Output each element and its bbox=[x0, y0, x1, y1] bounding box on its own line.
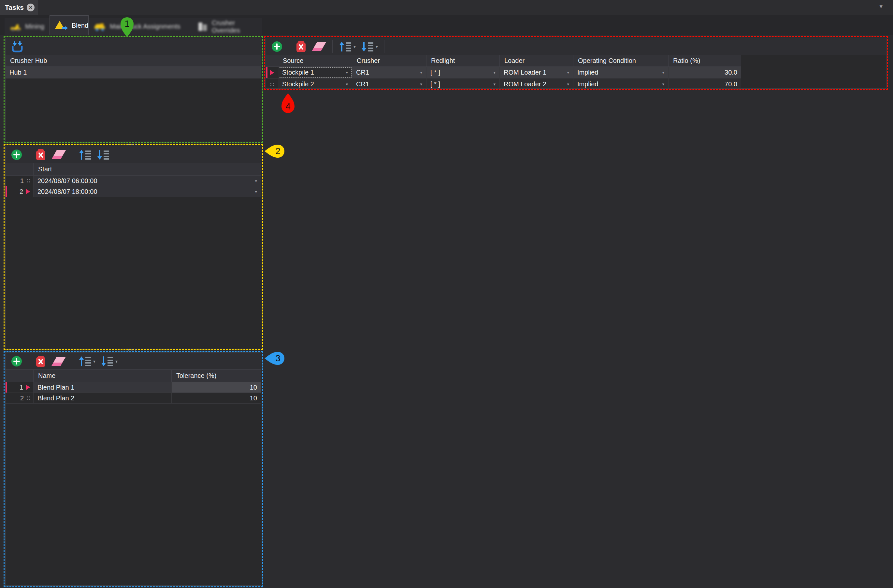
column-header-source[interactable]: Source bbox=[278, 55, 352, 66]
delete-row-button[interactable] bbox=[35, 149, 46, 161]
chevron-down-icon: ▾ bbox=[418, 82, 422, 87]
add-row-button[interactable] bbox=[271, 41, 283, 53]
sort-ascending-button[interactable] bbox=[78, 149, 92, 160]
add-row-button[interactable] bbox=[11, 355, 23, 367]
blend-source-row-1[interactable]: Stockpile 1 ▾ CR1 ▾ [ * ] ▾ ROM Loader 1… bbox=[266, 67, 741, 78]
erase-button[interactable] bbox=[312, 41, 326, 52]
crusher-dropdown[interactable]: CR1 ▾ bbox=[352, 67, 427, 78]
chevron-down-icon: ▾ bbox=[253, 189, 257, 194]
horizontal-splitter[interactable] bbox=[128, 143, 136, 145]
ratio-cell[interactable]: 30.0 bbox=[669, 67, 741, 78]
row-number: 1 bbox=[20, 384, 23, 391]
horizontal-splitter[interactable] bbox=[128, 349, 136, 351]
period-row-1[interactable]: 1 2024/08/07 06:00:00 ▾ bbox=[6, 176, 261, 186]
toolbar-separator bbox=[384, 40, 385, 53]
annotation-marker-4: 4 bbox=[281, 93, 295, 115]
tab-main-truck-assignments[interactable]: Main Truck Assignments bbox=[89, 18, 192, 35]
ratio-cell[interactable]: 70.0 bbox=[669, 78, 741, 89]
column-header-ratio[interactable]: Ratio (%) bbox=[669, 55, 741, 66]
row-number: 2 bbox=[20, 188, 23, 195]
tab-crusher-overrides-label: Crusher Overrides bbox=[212, 19, 257, 34]
tab-tasks[interactable]: Tasks ✕ bbox=[0, 0, 38, 15]
sort-ascending-button[interactable]: ▾ bbox=[339, 41, 356, 52]
tab-mining[interactable]: Mining bbox=[5, 18, 50, 35]
crusher-feed-icon-button[interactable] bbox=[11, 41, 24, 53]
chevron-down-icon: ▾ bbox=[660, 82, 664, 87]
drag-handle-icon[interactable] bbox=[271, 83, 274, 86]
operating-condition-dropdown[interactable]: Implied ▾ bbox=[573, 78, 669, 89]
periods-panel: Start 1 2024/08/07 06:00:00 ▾ 2 bbox=[5, 146, 261, 348]
crusher-dropdown[interactable]: CR1 ▾ bbox=[352, 78, 427, 89]
selected-row-bar bbox=[6, 186, 7, 197]
drag-handle-icon[interactable] bbox=[27, 397, 30, 400]
sort-descending-button[interactable]: ▾ bbox=[101, 356, 117, 367]
loader-dropdown[interactable]: ROM Loader 1 ▾ bbox=[500, 67, 573, 78]
toolbar-separator bbox=[29, 148, 29, 161]
toolbar-separator bbox=[289, 40, 289, 53]
sort-ascending-button[interactable]: ▾ bbox=[78, 356, 95, 367]
app-window: Tasks ✕ ▾ Mining Blending Main Truck Ass… bbox=[0, 0, 893, 588]
drag-handle-icon[interactable] bbox=[27, 179, 30, 182]
crusher-hub-panel-annotation: Crusher Hub Hub 1 bbox=[4, 36, 263, 143]
current-row-marker-icon bbox=[270, 70, 274, 75]
row-number: 2 bbox=[20, 394, 24, 402]
chevron-down-icon: ▾ bbox=[660, 70, 664, 75]
periods-header-row: Start bbox=[6, 163, 261, 176]
add-row-button[interactable] bbox=[11, 149, 23, 161]
erase-button[interactable] bbox=[51, 356, 66, 367]
tolerance-cell[interactable]: 10 bbox=[172, 382, 261, 393]
erase-button[interactable] bbox=[51, 149, 66, 160]
period-row-2[interactable]: 2 2024/08/07 18:00:00 ▾ bbox=[6, 186, 261, 197]
start-datetime-dropdown[interactable]: 2024/08/07 06:00:00 ▾ bbox=[33, 176, 261, 186]
crusher-hub-row[interactable]: Hub 1 bbox=[6, 67, 261, 78]
column-header-crusher-hub[interactable]: Crusher Hub bbox=[6, 55, 261, 66]
redlight-dropdown[interactable]: [ * ] ▾ bbox=[427, 67, 500, 78]
column-header-tolerance[interactable]: Tolerance (%) bbox=[172, 370, 261, 382]
start-datetime-dropdown[interactable]: 2024/08/07 18:00:00 ▾ bbox=[33, 186, 261, 197]
tab-blending[interactable]: Blending bbox=[50, 15, 89, 35]
sort-descending-button[interactable]: ▾ bbox=[361, 41, 378, 52]
chevron-down-icon[interactable]: ▾ bbox=[879, 3, 882, 10]
delete-row-button[interactable] bbox=[296, 41, 307, 53]
source-dropdown[interactable]: Stockpile 1 ▾ bbox=[278, 67, 352, 78]
close-icon[interactable]: ✕ bbox=[27, 4, 35, 11]
source-dropdown[interactable]: Stockpile 2 ▾ bbox=[278, 78, 352, 89]
toolbar-separator bbox=[116, 148, 116, 161]
column-header-operating-condition[interactable]: Operating Condition bbox=[573, 55, 669, 66]
selected-row-bar bbox=[6, 382, 7, 393]
blend-plan-name-cell[interactable]: Blend Plan 1 bbox=[33, 382, 172, 393]
toolbar-separator bbox=[72, 148, 72, 161]
blend-plan-name-cell[interactable]: Blend Plan 2 bbox=[33, 393, 172, 403]
chevron-down-icon: ▾ bbox=[565, 70, 569, 75]
row-selector-header bbox=[6, 163, 33, 175]
column-header-loader[interactable]: Loader bbox=[500, 55, 573, 66]
document-tab-strip: Tasks ✕ ▾ bbox=[0, 0, 893, 15]
column-header-name[interactable]: Name bbox=[33, 370, 172, 382]
chevron-down-icon: ▾ bbox=[491, 70, 496, 75]
chevron-down-icon: ▾ bbox=[253, 179, 257, 183]
blend-plans-panel: ▾ ▾ Name Tolerance (%) bbox=[5, 352, 261, 586]
column-header-crusher[interactable]: Crusher bbox=[352, 55, 427, 66]
blend-sources-header-row: Source Crusher Redlight Loader Operating… bbox=[266, 55, 741, 67]
row-selector-header bbox=[266, 55, 278, 66]
delete-row-button[interactable] bbox=[35, 355, 46, 367]
chevron-down-icon: ▾ bbox=[93, 359, 95, 364]
operating-condition-dropdown[interactable]: Implied ▾ bbox=[573, 67, 669, 78]
blend-plan-row-1[interactable]: 1 Blend Plan 1 10 bbox=[6, 382, 261, 393]
chevron-down-icon: ▾ bbox=[344, 82, 348, 87]
redlight-dropdown[interactable]: [ * ] ▾ bbox=[427, 78, 500, 89]
selected-row-bar bbox=[266, 67, 268, 78]
blending-stockpile-icon bbox=[55, 20, 68, 31]
tab-crusher-overrides[interactable]: Crusher Overrides bbox=[192, 18, 262, 35]
svg-text:4: 4 bbox=[286, 102, 290, 111]
sort-descending-button[interactable] bbox=[97, 149, 110, 160]
column-header-start[interactable]: Start bbox=[33, 163, 261, 175]
svg-text:2: 2 bbox=[275, 146, 280, 156]
column-header-redlight[interactable]: Redlight bbox=[427, 55, 500, 66]
blend-source-row-2[interactable]: Stockpile 2 ▾ CR1 ▾ [ * ] ▾ ROM Loader 2… bbox=[266, 78, 741, 89]
tab-mining-label: Mining bbox=[25, 23, 44, 30]
blend-plans-panel-annotation: ▾ ▾ Name Tolerance (%) bbox=[4, 351, 263, 587]
tolerance-cell[interactable]: 10 bbox=[172, 393, 261, 403]
loader-dropdown[interactable]: ROM Loader 2 ▾ bbox=[500, 78, 573, 89]
blend-plan-row-2[interactable]: 2 Blend Plan 2 10 bbox=[6, 393, 261, 404]
